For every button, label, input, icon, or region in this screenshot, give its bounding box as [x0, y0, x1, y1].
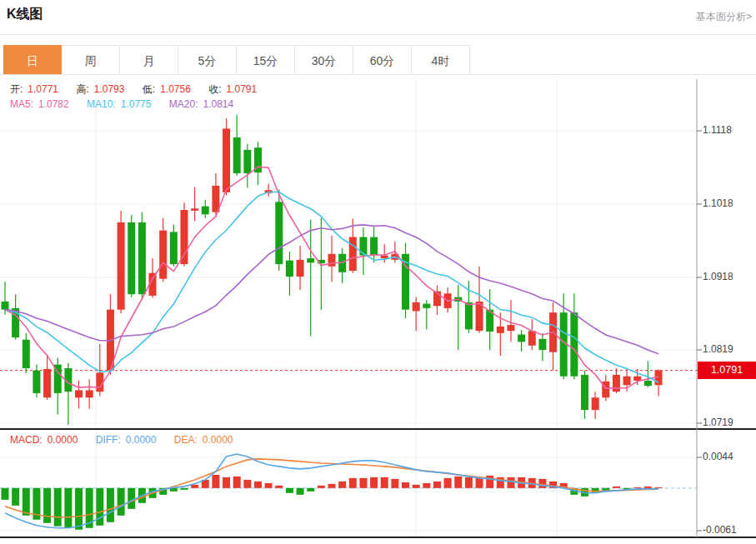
- axis-tick-label: 0.0044: [703, 451, 733, 462]
- ma20-value: 1.0814: [203, 98, 233, 110]
- macd-value: 0.0000: [48, 434, 78, 446]
- open-label: 开:: [10, 83, 23, 95]
- ma10-label: MA10:: [87, 98, 116, 110]
- dea-label: DEA:: [174, 434, 198, 446]
- ma-legend: MA5:1.0782 MA10:1.0775 MA20:1.0814: [10, 98, 238, 110]
- axis-tick-label: 1.1018: [703, 197, 733, 209]
- diff-label: DIFF:: [96, 434, 121, 446]
- open-value: 1.0771: [28, 83, 58, 95]
- low-value: 1.0756: [160, 83, 191, 95]
- axis-tick-label: 1.0918: [703, 271, 733, 282]
- axis-tick-label: 1.0819: [703, 343, 733, 355]
- tab-week[interactable]: 周: [62, 45, 120, 75]
- fundamental-analysis-link[interactable]: 基本面分析>: [696, 10, 752, 24]
- ohlc-legend: 开:1.0771 高:1.0793 低:1.0756 收:1.0791: [10, 82, 262, 97]
- tab-day[interactable]: 日: [3, 45, 62, 75]
- ma20-label: MA20:: [169, 98, 198, 110]
- tab-30min[interactable]: 30分: [295, 45, 353, 75]
- dea-value: 0.0000: [203, 434, 233, 446]
- period-tabbar: 日 周 月 5分 15分 30分 60分 4时: [3, 45, 470, 75]
- ma5-label: MA5:: [10, 98, 33, 110]
- tab-month[interactable]: 月: [120, 45, 178, 75]
- macd-legend: MACD:0.0000 DIFF:0.0000 DEA:0.0000: [10, 434, 238, 446]
- high-value: 1.0793: [94, 83, 125, 95]
- axis-tick-label: 1.1118: [703, 124, 732, 136]
- axis-tick-label: 1.0719: [703, 417, 733, 428]
- header-divider: [0, 34, 756, 35]
- diff-value: 0.0000: [126, 434, 157, 446]
- close-value: 1.0791: [227, 83, 258, 95]
- kline-chart[interactable]: [0, 0, 756, 544]
- tab-5min[interactable]: 5分: [178, 45, 237, 75]
- tabbar-underline: [0, 74, 756, 75]
- tab-15min[interactable]: 15分: [237, 45, 295, 75]
- ma10-value: 1.0775: [121, 98, 152, 110]
- axis-tick-label: -0.0061: [703, 524, 737, 536]
- tab-4hour[interactable]: 4时: [412, 45, 470, 75]
- current-price-badge: 1.0791: [698, 362, 756, 379]
- ma5-value: 1.0782: [38, 98, 69, 110]
- page-title: K线图: [7, 6, 43, 23]
- macd-label: MACD:: [10, 434, 43, 446]
- tab-60min[interactable]: 60分: [353, 45, 412, 75]
- high-label: 高:: [76, 83, 88, 95]
- close-label: 收:: [208, 83, 221, 95]
- low-label: 低:: [143, 83, 155, 95]
